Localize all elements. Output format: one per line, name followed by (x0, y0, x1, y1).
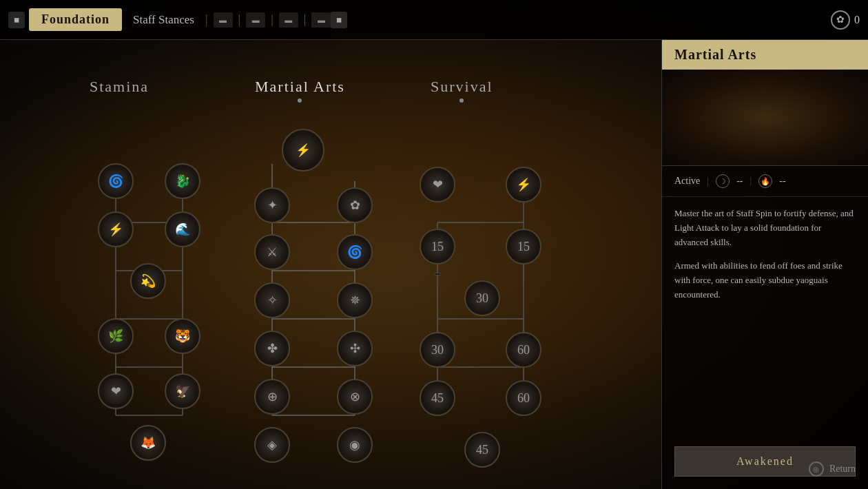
node-sv-1-2[interactable]: 15 (420, 229, 455, 264)
node-s-mid-3[interactable]: 💫 (130, 263, 166, 299)
category-martial-arts[interactable]: Martial Arts (255, 78, 345, 103)
node-sv-mid-6[interactable]: 45 (464, 432, 500, 468)
node-ma-1-5[interactable]: ⊕ (254, 379, 290, 415)
tb-icon-right: ◼ (331, 12, 347, 28)
node-s-1-1[interactable]: 🌀 (98, 163, 134, 199)
node-s-2-4[interactable]: 🐯 (165, 318, 200, 354)
category-survival[interactable]: Survival (431, 78, 493, 103)
node-s-1-1-icon: 🌀 (108, 174, 123, 189)
node-sv-1-2-val: 15 (431, 240, 444, 254)
status-moon-icon: ☽ (716, 174, 730, 188)
topbar: ◼ Foundation Staff Stances | ▬ | ▬ | ▬ |… (0, 0, 868, 40)
node-ma-2-4-icon: ✣ (350, 341, 360, 356)
tb-btn-2[interactable]: ▬ (246, 12, 265, 28)
staff-stances-label[interactable]: Staff Stances (133, 13, 194, 27)
tb-btn-4[interactable]: ▬ (311, 12, 331, 28)
node-ma-2-5[interactable]: ⊗ (337, 379, 373, 415)
panel-desc-2: Armed with abilities to fend off foes an… (674, 259, 856, 302)
node-s-1-4[interactable]: 🌿 (98, 318, 134, 354)
panel-title: Martial Arts (662, 40, 868, 70)
status-active-label: Active (674, 176, 700, 187)
node-ma-1-1[interactable]: ✦ (254, 187, 290, 223)
node-ma-top[interactable]: ⚡ (282, 129, 324, 171)
node-sv-1-4[interactable]: 30 (420, 332, 455, 368)
node-s-mid-6[interactable]: 🦊 (130, 425, 166, 461)
node-ma-1-2[interactable]: ⚔ (254, 234, 290, 270)
node-ma-1-6-icon: ◈ (267, 437, 277, 452)
tb-sep-3: | (271, 12, 273, 27)
connectors-svg (0, 40, 661, 489)
node-sv-2-5[interactable]: 60 (506, 380, 541, 416)
node-s-2-5[interactable]: 🦅 (165, 373, 200, 409)
node-sv-2-1-icon: ⚡ (516, 177, 531, 192)
node-ma-top-icon: ⚡ (296, 143, 311, 158)
node-sv-1-1[interactable]: ❤ (420, 167, 455, 202)
node-sv-1-2-cost (434, 273, 441, 275)
node-ma-2-6[interactable]: ◉ (337, 427, 373, 463)
node-s-2-1-icon: 🐉 (175, 174, 190, 189)
node-ma-2-2[interactable]: 🌀 (337, 234, 373, 270)
currency-icon: ✿ (831, 10, 850, 30)
node-sv-2-2[interactable]: 15 (506, 229, 541, 264)
tb-btn-3[interactable]: ▬ (279, 12, 298, 28)
skill-tree: Stamina Martial Arts Survival 🌀 🐉 ⚡ (0, 40, 661, 489)
node-s-1-5[interactable]: ❤ (98, 373, 134, 409)
node-sv-2-4-val: 60 (517, 343, 530, 357)
panel-description: Master the art of Staff Spin to fortify … (662, 197, 868, 438)
martial-arts-dot (298, 98, 302, 103)
node-ma-1-1-icon: ✦ (267, 198, 278, 213)
status-flame-val: -- (779, 176, 785, 187)
node-ma-2-4[interactable]: ✣ (337, 331, 373, 366)
node-sv-mid-3-val: 30 (476, 291, 488, 306)
node-sv-2-1[interactable]: ⚡ (506, 167, 541, 202)
tb-btn-1[interactable]: ▬ (214, 12, 233, 28)
panel-image (662, 70, 868, 166)
node-ma-1-4[interactable]: ✤ (254, 331, 290, 366)
tb-sep-4: | (304, 12, 307, 27)
node-sv-2-5-val: 60 (517, 391, 530, 406)
node-s-2-4-icon: 🐯 (175, 329, 190, 344)
node-s-2-5-icon: 🦅 (175, 384, 190, 399)
tb-right: ✿ 0 (831, 10, 860, 30)
node-ma-2-1-icon: ✿ (350, 198, 360, 213)
survival-label: Survival (431, 78, 493, 96)
node-sv-1-5[interactable]: 45 (420, 380, 455, 416)
node-sv-1-1-icon: ❤ (433, 177, 443, 192)
currency-count: 0 (854, 14, 860, 26)
node-ma-2-2-icon: 🌀 (347, 244, 362, 260)
tb-sep-1: | (205, 12, 208, 27)
node-ma-1-3-icon: ✧ (267, 293, 278, 308)
node-s-2-1[interactable]: 🐉 (165, 163, 200, 199)
node-s-2-2[interactable]: 🌊 (165, 211, 200, 247)
panel-desc-1: Master the art of Staff Spin to fortify … (674, 207, 856, 249)
stamina-label: Stamina (90, 78, 149, 96)
martial-arts-label: Martial Arts (255, 78, 345, 96)
return-label[interactable]: ◎ Return (809, 461, 856, 477)
node-ma-1-6[interactable]: ◈ (254, 427, 290, 463)
node-ma-2-5-icon: ⊗ (350, 389, 360, 404)
node-ma-2-3[interactable]: ✵ (337, 282, 373, 318)
node-ma-2-3-icon: ✵ (350, 293, 360, 308)
node-s-1-2[interactable]: ⚡ (98, 211, 134, 247)
node-sv-1-5-val: 45 (431, 391, 444, 406)
node-ma-1-5-icon: ⊕ (267, 389, 278, 404)
main: Stamina Martial Arts Survival 🌀 🐉 ⚡ (0, 40, 868, 489)
node-s-1-2-icon: ⚡ (108, 222, 123, 237)
right-panel: Martial Arts Active | ☽ -- | 🔥 -- Master… (661, 40, 868, 489)
node-s-1-5-icon: ❤ (111, 384, 121, 399)
node-ma-1-3[interactable]: ✧ (254, 282, 290, 318)
category-stamina[interactable]: Stamina (90, 78, 149, 96)
status-moon-val: -- (736, 176, 743, 187)
node-ma-2-1[interactable]: ✿ (337, 187, 373, 223)
node-sv-1-4-val: 30 (431, 343, 444, 357)
node-sv-mid-3[interactable]: 30 (464, 280, 500, 316)
foundation-tab[interactable]: Foundation (29, 8, 122, 31)
node-sv-2-2-val: 15 (517, 240, 530, 254)
panel-status: Active | ☽ -- | 🔥 -- (662, 166, 868, 197)
survival-dot (459, 98, 464, 103)
status-sep-2: | (750, 176, 752, 187)
tb-sep-2: | (238, 12, 241, 27)
return-text: Return (829, 464, 856, 475)
node-s-2-2-icon: 🌊 (175, 222, 190, 237)
node-sv-2-4[interactable]: 60 (506, 332, 541, 368)
